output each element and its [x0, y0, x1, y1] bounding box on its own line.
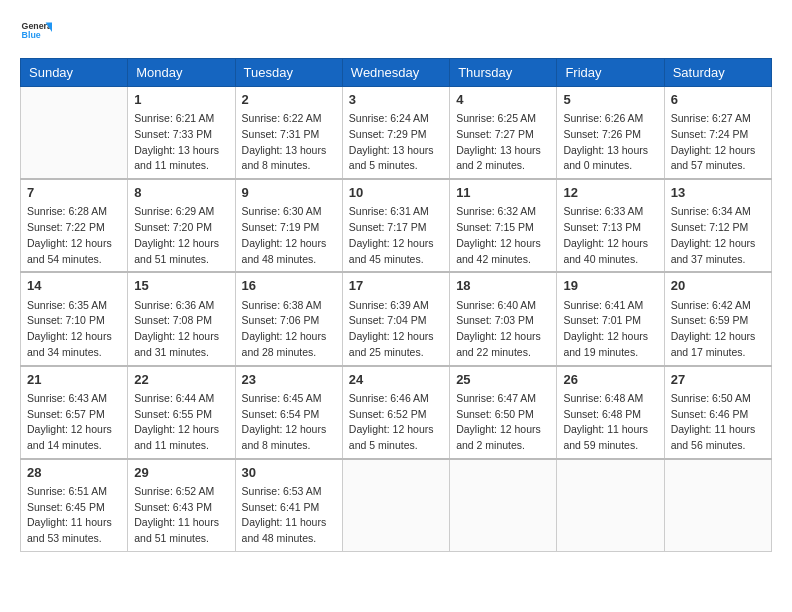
page-header: General Blue [20, 16, 772, 48]
sunset-text: Sunset: 7:24 PM [671, 128, 749, 140]
day-number: 16 [242, 277, 336, 295]
calendar-cell: 4Sunrise: 6:25 AMSunset: 7:27 PMDaylight… [450, 87, 557, 180]
day-number: 21 [27, 371, 121, 389]
day-number: 20 [671, 277, 765, 295]
daylight-text: Daylight: 13 hours and 2 minutes. [456, 144, 541, 172]
calendar-week-row: 7Sunrise: 6:28 AMSunset: 7:22 PMDaylight… [21, 179, 772, 272]
calendar-cell: 13Sunrise: 6:34 AMSunset: 7:12 PMDayligh… [664, 179, 771, 272]
sunset-text: Sunset: 7:29 PM [349, 128, 427, 140]
sunset-text: Sunset: 6:57 PM [27, 408, 105, 420]
day-info: Sunrise: 6:28 AMSunset: 7:22 PMDaylight:… [27, 204, 121, 267]
daylight-text: Daylight: 11 hours and 56 minutes. [671, 423, 756, 451]
calendar-cell: 12Sunrise: 6:33 AMSunset: 7:13 PMDayligh… [557, 179, 664, 272]
sunrise-text: Sunrise: 6:41 AM [563, 299, 643, 311]
daylight-text: Daylight: 12 hours and 42 minutes. [456, 237, 541, 265]
sunrise-text: Sunrise: 6:46 AM [349, 392, 429, 404]
day-number: 14 [27, 277, 121, 295]
sunrise-text: Sunrise: 6:30 AM [242, 205, 322, 217]
calendar-week-row: 28Sunrise: 6:51 AMSunset: 6:45 PMDayligh… [21, 459, 772, 552]
day-number: 18 [456, 277, 550, 295]
calendar-cell [450, 459, 557, 552]
day-info: Sunrise: 6:25 AMSunset: 7:27 PMDaylight:… [456, 111, 550, 174]
sunrise-text: Sunrise: 6:35 AM [27, 299, 107, 311]
day-info: Sunrise: 6:41 AMSunset: 7:01 PMDaylight:… [563, 298, 657, 361]
day-info: Sunrise: 6:52 AMSunset: 6:43 PMDaylight:… [134, 484, 228, 547]
logo: General Blue [20, 16, 52, 48]
day-number: 15 [134, 277, 228, 295]
day-info: Sunrise: 6:24 AMSunset: 7:29 PMDaylight:… [349, 111, 443, 174]
calendar-table: SundayMondayTuesdayWednesdayThursdayFrid… [20, 58, 772, 552]
day-info: Sunrise: 6:40 AMSunset: 7:03 PMDaylight:… [456, 298, 550, 361]
sunrise-text: Sunrise: 6:44 AM [134, 392, 214, 404]
sunrise-text: Sunrise: 6:33 AM [563, 205, 643, 217]
sunrise-text: Sunrise: 6:52 AM [134, 485, 214, 497]
sunset-text: Sunset: 6:55 PM [134, 408, 212, 420]
sunset-text: Sunset: 6:54 PM [242, 408, 320, 420]
sunrise-text: Sunrise: 6:42 AM [671, 299, 751, 311]
daylight-text: Daylight: 13 hours and 8 minutes. [242, 144, 327, 172]
sunset-text: Sunset: 7:26 PM [563, 128, 641, 140]
sunrise-text: Sunrise: 6:26 AM [563, 112, 643, 124]
day-info: Sunrise: 6:44 AMSunset: 6:55 PMDaylight:… [134, 391, 228, 454]
sunset-text: Sunset: 7:15 PM [456, 221, 534, 233]
day-number: 8 [134, 184, 228, 202]
day-number: 6 [671, 91, 765, 109]
day-number: 9 [242, 184, 336, 202]
sunrise-text: Sunrise: 6:40 AM [456, 299, 536, 311]
day-info: Sunrise: 6:48 AMSunset: 6:48 PMDaylight:… [563, 391, 657, 454]
daylight-text: Daylight: 12 hours and 37 minutes. [671, 237, 756, 265]
sunset-text: Sunset: 7:12 PM [671, 221, 749, 233]
daylight-text: Daylight: 12 hours and 2 minutes. [456, 423, 541, 451]
day-number: 12 [563, 184, 657, 202]
calendar-cell: 29Sunrise: 6:52 AMSunset: 6:43 PMDayligh… [128, 459, 235, 552]
day-info: Sunrise: 6:45 AMSunset: 6:54 PMDaylight:… [242, 391, 336, 454]
sunset-text: Sunset: 7:19 PM [242, 221, 320, 233]
day-info: Sunrise: 6:30 AMSunset: 7:19 PMDaylight:… [242, 204, 336, 267]
sunset-text: Sunset: 6:50 PM [456, 408, 534, 420]
day-info: Sunrise: 6:46 AMSunset: 6:52 PMDaylight:… [349, 391, 443, 454]
day-number: 26 [563, 371, 657, 389]
calendar-cell [342, 459, 449, 552]
calendar-cell: 28Sunrise: 6:51 AMSunset: 6:45 PMDayligh… [21, 459, 128, 552]
sunrise-text: Sunrise: 6:48 AM [563, 392, 643, 404]
col-header-monday: Monday [128, 59, 235, 87]
daylight-text: Daylight: 12 hours and 8 minutes. [242, 423, 327, 451]
calendar-header-row: SundayMondayTuesdayWednesdayThursdayFrid… [21, 59, 772, 87]
sunset-text: Sunset: 7:22 PM [27, 221, 105, 233]
day-info: Sunrise: 6:50 AMSunset: 6:46 PMDaylight:… [671, 391, 765, 454]
sunset-text: Sunset: 6:43 PM [134, 501, 212, 513]
day-info: Sunrise: 6:34 AMSunset: 7:12 PMDaylight:… [671, 204, 765, 267]
calendar-cell: 26Sunrise: 6:48 AMSunset: 6:48 PMDayligh… [557, 366, 664, 459]
sunset-text: Sunset: 7:13 PM [563, 221, 641, 233]
calendar-cell: 14Sunrise: 6:35 AMSunset: 7:10 PMDayligh… [21, 272, 128, 365]
daylight-text: Daylight: 12 hours and 54 minutes. [27, 237, 112, 265]
daylight-text: Daylight: 13 hours and 11 minutes. [134, 144, 219, 172]
sunrise-text: Sunrise: 6:21 AM [134, 112, 214, 124]
daylight-text: Daylight: 12 hours and 45 minutes. [349, 237, 434, 265]
day-number: 5 [563, 91, 657, 109]
sunset-text: Sunset: 7:31 PM [242, 128, 320, 140]
sunrise-text: Sunrise: 6:47 AM [456, 392, 536, 404]
calendar-cell: 16Sunrise: 6:38 AMSunset: 7:06 PMDayligh… [235, 272, 342, 365]
sunrise-text: Sunrise: 6:43 AM [27, 392, 107, 404]
calendar-cell: 17Sunrise: 6:39 AMSunset: 7:04 PMDayligh… [342, 272, 449, 365]
sunrise-text: Sunrise: 6:29 AM [134, 205, 214, 217]
calendar-cell: 23Sunrise: 6:45 AMSunset: 6:54 PMDayligh… [235, 366, 342, 459]
daylight-text: Daylight: 12 hours and 19 minutes. [563, 330, 648, 358]
sunrise-text: Sunrise: 6:38 AM [242, 299, 322, 311]
calendar-cell: 9Sunrise: 6:30 AMSunset: 7:19 PMDaylight… [235, 179, 342, 272]
sunset-text: Sunset: 7:01 PM [563, 314, 641, 326]
sunset-text: Sunset: 7:10 PM [27, 314, 105, 326]
sunrise-text: Sunrise: 6:28 AM [27, 205, 107, 217]
day-info: Sunrise: 6:21 AMSunset: 7:33 PMDaylight:… [134, 111, 228, 174]
day-number: 30 [242, 464, 336, 482]
calendar-cell [21, 87, 128, 180]
daylight-text: Daylight: 12 hours and 5 minutes. [349, 423, 434, 451]
day-number: 25 [456, 371, 550, 389]
day-info: Sunrise: 6:39 AMSunset: 7:04 PMDaylight:… [349, 298, 443, 361]
calendar-cell [557, 459, 664, 552]
calendar-week-row: 14Sunrise: 6:35 AMSunset: 7:10 PMDayligh… [21, 272, 772, 365]
calendar-cell: 11Sunrise: 6:32 AMSunset: 7:15 PMDayligh… [450, 179, 557, 272]
day-number: 10 [349, 184, 443, 202]
daylight-text: Daylight: 12 hours and 25 minutes. [349, 330, 434, 358]
